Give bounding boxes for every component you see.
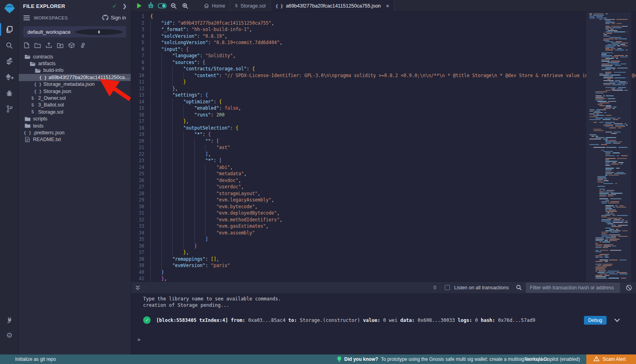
code-line-3[interactable]: 3"_format": "hh-sol-build-info-1",	[131, 26, 636, 33]
zoom-in-icon[interactable]	[181, 2, 190, 10]
code-line-33[interactable]: 33"evm.gasEstimates",	[131, 223, 636, 230]
sidebar-item-plugin-manager[interactable]	[0, 312, 19, 327]
code-line-7[interactable]: 7"language": "Solidity",	[131, 52, 636, 59]
tree-item-storage-sol[interactable]: SStorage.sol	[19, 108, 131, 115]
sidebar-item-solidity-compiler[interactable]	[0, 53, 19, 69]
sidebar-item-debugger[interactable]	[0, 85, 19, 101]
line-content: "evm.deployedBytecode",	[150, 210, 279, 217]
line-content: }	[150, 269, 164, 276]
tree-item-2-owner-sol[interactable]: S2_Owner.sol	[19, 95, 131, 101]
code-line-20[interactable]: 20"": [	[131, 138, 636, 145]
code-line-24[interactable]: 24"abi",	[131, 164, 636, 171]
tab-storage-sol[interactable]: S Storage.sol	[230, 0, 271, 12]
code-line-38[interactable]: 38"remappings": [],	[131, 256, 636, 263]
code-line-37[interactable]: 37},	[131, 249, 636, 256]
tree-item--prettierrc-json[interactable]: { }.prettierrc.json	[19, 129, 131, 136]
expand-terminal-icon[interactable]	[135, 285, 140, 290]
sidebar-item-settings[interactable]: ⚙	[0, 327, 19, 343]
terminal-body[interactable]: Type the library name to see available c…	[131, 293, 636, 354]
tree-item-contracts[interactable]: contracts	[19, 53, 131, 60]
code-line-18[interactable]: 18"outputSelection": {	[131, 125, 636, 132]
workspaces-label: WORKSPACES	[34, 15, 102, 20]
terminal-search-icon[interactable]	[516, 285, 522, 290]
link-icon[interactable]	[80, 43, 86, 48]
code-line-28[interactable]: 28"storageLayout",	[131, 190, 636, 197]
tree-item-scripts[interactable]: scripts	[19, 116, 131, 122]
new-file-icon[interactable]	[24, 42, 29, 48]
folder-open-icon	[24, 54, 31, 59]
code-line-39[interactable]: 39"evmVersion": "paris"	[131, 262, 636, 269]
terminal-prompt[interactable]: >	[138, 337, 140, 343]
code-line-30[interactable]: 30"evm.bytecode",	[131, 203, 636, 210]
close-tab-icon[interactable]: ×	[386, 3, 389, 9]
workspace-menu-icon[interactable]	[23, 14, 30, 21]
collapse-chevron-icon[interactable]: ❯	[122, 3, 127, 9]
listen-transactions-checkbox[interactable]	[445, 285, 450, 290]
sidebar-item-deploy-run[interactable]	[0, 69, 19, 85]
tab-home[interactable]: Home	[199, 0, 230, 12]
expand-tx-chevron-icon[interactable]	[614, 318, 620, 322]
code-line-19[interactable]: 19"*": {	[131, 131, 636, 138]
accept-check-icon[interactable]: ✓	[112, 3, 117, 9]
code-line-12[interactable]: 12},	[131, 85, 636, 92]
code-line-10[interactable]: 10"content": "// SPDX-License-Identifier…	[131, 72, 636, 79]
code-line-22[interactable]: 22],	[131, 151, 636, 158]
run-script-button[interactable]	[135, 2, 143, 10]
transaction-filter-input[interactable]	[526, 283, 620, 293]
code-line-23[interactable]: 23"*": [	[131, 157, 636, 164]
upload-file-icon[interactable]	[46, 42, 52, 48]
code-line-41[interactable]: 41},	[131, 275, 636, 281]
upload-folder-icon[interactable]	[57, 43, 64, 48]
code-line-17[interactable]: 17},	[131, 118, 636, 125]
sidebar-item-git[interactable]	[0, 101, 19, 117]
code-line-16[interactable]: 16"runs": 200	[131, 112, 636, 118]
code-line-36[interactable]: 36}	[131, 243, 636, 250]
tree-item-tests[interactable]: tests	[19, 122, 131, 129]
code-line-2[interactable]: 2"id": "a69b43f277ba20fcac141151250ca755…	[131, 20, 636, 27]
code-line-8[interactable]: 8"sources": {	[131, 59, 636, 66]
tree-item-readme-txt[interactable]: README.txt	[19, 136, 131, 143]
sidebar-item-file-explorer[interactable]	[0, 21, 19, 37]
code-line-31[interactable]: 31"evm.deployedBytecode",	[131, 210, 636, 217]
sidebar-item-search[interactable]	[0, 37, 19, 53]
debug-button[interactable]: Debug	[584, 316, 607, 325]
code-line-11[interactable]: 11}	[131, 79, 636, 85]
tree-item-a69b43f277ba20fcac141151250ca7-[interactable]: { }a69b43f277ba20fcac141151250ca7...	[19, 74, 131, 81]
code-line-25[interactable]: 25"metadata",	[131, 170, 636, 177]
code-line-34[interactable]: 34"evm.assembly"	[131, 230, 636, 236]
code-line-15[interactable]: 15"enabled": false,	[131, 105, 636, 112]
editor-minimap[interactable]	[586, 12, 631, 281]
git-init-status[interactable]: Initialize as git repo	[15, 356, 56, 362]
tree-item-artifacts[interactable]: artifacts	[19, 60, 131, 67]
code-line-5[interactable]: 5"solcLongVersion": "0.8.19+commit.7dd6d…	[131, 39, 636, 46]
new-folder-icon[interactable]	[34, 43, 41, 48]
code-line-6[interactable]: 6"input": {	[131, 46, 636, 53]
workspace-select[interactable]: default_workspace	[23, 26, 126, 37]
code-line-40[interactable]: 40}	[131, 269, 636, 276]
code-line-26[interactable]: 26"devdoc",	[131, 177, 636, 184]
tree-item-build-info[interactable]: build-info	[19, 67, 131, 74]
tree-item-3-ballot-sol[interactable]: S3_Ballot.sol	[19, 102, 131, 108]
tab-build-info-json[interactable]: { } a69b43f277ba20fcac141151250ca755.jso…	[271, 0, 394, 12]
clear-console-icon[interactable]	[626, 285, 632, 291]
code-editor[interactable]: 1{2"id": "a69b43f277ba20fcac141151250ca7…	[131, 12, 636, 281]
load-template-icon[interactable]	[68, 42, 75, 48]
scam-alert-button[interactable]: Scam Alert	[586, 354, 636, 364]
code-line-27[interactable]: 27"userdoc",	[131, 184, 636, 190]
zoom-out-icon[interactable]	[169, 2, 178, 10]
code-line-35[interactable]: 35]	[131, 236, 636, 243]
github-sign-in-button[interactable]: Sign in	[102, 15, 126, 21]
line-number: 23	[131, 157, 150, 164]
code-line-21[interactable]: 21"ast"	[131, 144, 636, 151]
code-line-29[interactable]: 29"evm.legacyAssembly",	[131, 197, 636, 203]
code-line-13[interactable]: 13"settings": {	[131, 92, 636, 99]
code-line-4[interactable]: 4"solcVersion": "0.8.19",	[131, 33, 636, 40]
code-line-14[interactable]: 14"optimizer": {	[131, 99, 636, 105]
tree-item-storage-metadata-json[interactable]: { }Storage_metadata.json	[19, 81, 131, 88]
code-line-9[interactable]: 9"contracts/Storage.sol": {	[131, 66, 636, 72]
code-line-32[interactable]: 32"evm.methodIdentifiers",	[131, 217, 636, 223]
copilot-toggle[interactable]	[158, 2, 167, 10]
code-line-1[interactable]: 1{	[131, 13, 636, 20]
tree-item-storage-json[interactable]: { }Storage.json	[19, 88, 131, 95]
ai-copilot-robot-icon[interactable]	[146, 2, 155, 10]
